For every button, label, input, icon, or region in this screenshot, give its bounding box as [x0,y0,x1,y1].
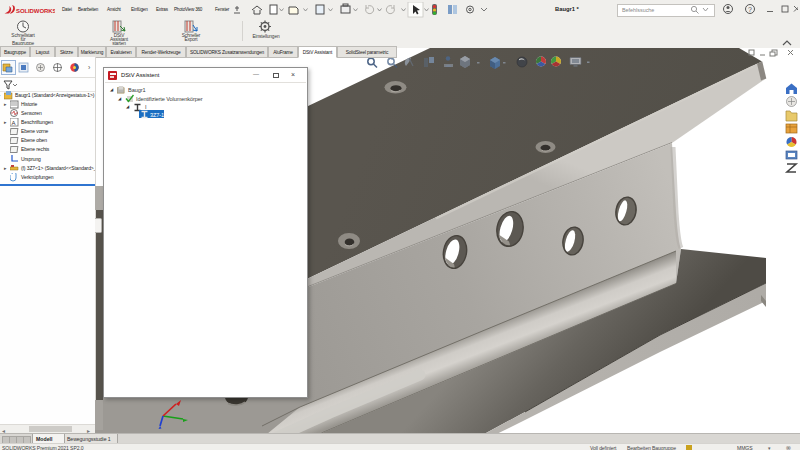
svg-text:SOLIDWORKS: SOLIDWORKS [16,8,55,14]
svg-text:?: ? [748,6,752,13]
svg-text:A: A [12,119,16,125]
